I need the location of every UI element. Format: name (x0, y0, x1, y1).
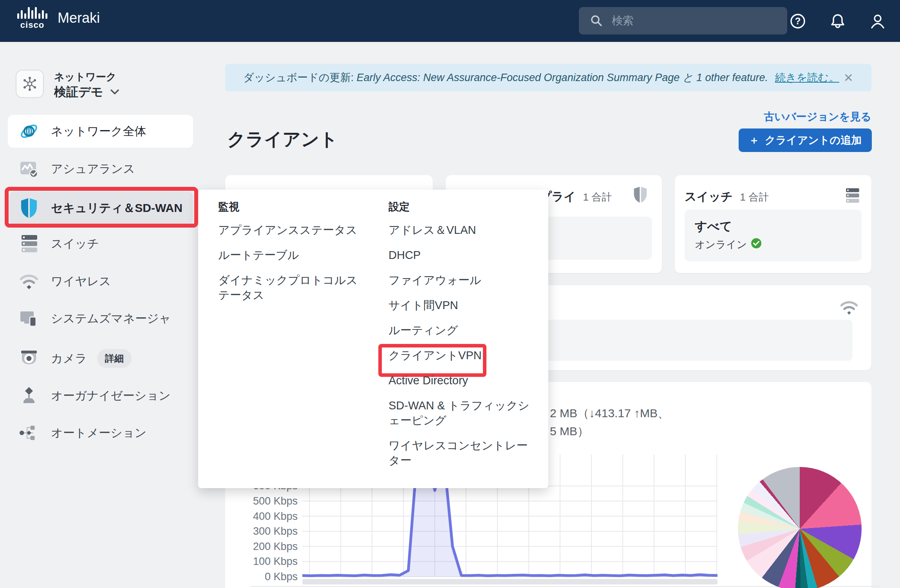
chevron-down-icon (110, 89, 119, 95)
y-axis-tick: 500 Kbps (235, 495, 298, 507)
flyout-item-設定-6[interactable]: クライアントVPN (389, 348, 530, 363)
sidebar-item-4[interactable]: スイッチ (0, 227, 201, 260)
old-version-link[interactable]: 古いバージョンを見る (764, 110, 871, 124)
help-icon[interactable]: ? (789, 12, 807, 30)
switch-status-secondary: オンライン (695, 238, 747, 251)
camera-details-badge: 詳細 (97, 349, 132, 368)
assurance-icon (19, 159, 39, 179)
switch-card-title: スイッチ (685, 190, 733, 203)
network-selector-value: 検証デモ (54, 84, 119, 100)
svg-text:?: ? (795, 16, 801, 26)
y-axis-tick: 300 Kbps (235, 525, 298, 537)
y-axis-tick: 200 Kbps (235, 540, 298, 553)
flyout-item-設定-9[interactable]: ワイヤレスコンセントレーター (389, 438, 530, 468)
sidebar-item-label: システムズマネージャ (51, 311, 171, 327)
switch-status-primary: すべて (695, 218, 851, 235)
search-icon (587, 12, 605, 30)
sidebar-item-2[interactable]: アシュアランス (0, 152, 201, 185)
globe-icon (19, 121, 39, 141)
flyout-column-configure: 設定アドレス＆VLANDHCPファイアウォールサイト間VPNルーティングクライア… (389, 200, 530, 478)
flyout-item-監視-3[interactable]: ダイナミックプロトコルステータス (218, 273, 359, 302)
network-selector[interactable]: ネットワーク 検証デモ (16, 70, 119, 100)
check-circle-icon (751, 238, 762, 251)
sidebar-item-7[interactable]: カメラ詳細 (0, 342, 201, 375)
wireless-icon (19, 273, 39, 290)
flyout-item-設定-8[interactable]: SD-WAN & トラフィックシェーピング (389, 398, 530, 428)
wifi-icon (839, 299, 859, 317)
cisco-logo-icon: cisco (17, 5, 47, 30)
network-hub-icon (16, 70, 44, 98)
flyout-item-設定-3[interactable]: ファイアウォール (389, 273, 530, 288)
switch-card-total: 1 合計 (740, 191, 769, 203)
flyout-column-header: 設定 (389, 200, 530, 214)
annotation-box-client-vpn (378, 344, 486, 377)
sidebar-item-3[interactable]: セキュリティ＆SD-WAN (9, 192, 193, 224)
banner-text: ダッシュボードの更新: Early Access: New Assurance-… (243, 71, 768, 85)
dashboard-update-banner: ダッシュボードの更新: Early Access: New Assurance-… (225, 64, 871, 91)
sidebar-item-label: カメラ (51, 351, 87, 367)
sidebar-item-label: オートメーション (51, 425, 146, 441)
cisco-bars-icon (17, 5, 47, 19)
y-axis-tick: 400 Kbps (235, 510, 298, 523)
sidebar-item-1[interactable]: ネットワーク全体 (8, 115, 193, 148)
sidebar-item-label: セキュリティ＆SD-WAN (51, 200, 183, 216)
flyout-column-monitor: 監視アプライアンスステータスルートテーブルダイナミックプロトコルステータス (218, 200, 359, 313)
flyout-item-設定-1[interactable]: アドレス＆VLAN (389, 223, 530, 237)
organization-icon (19, 385, 39, 406)
y-axis-tick: 100 Kbps (235, 555, 298, 568)
flyout-item-設定-5[interactable]: ルーティング (389, 323, 530, 338)
sidebar-item-label: アシュアランス (51, 161, 135, 177)
bell-icon[interactable] (829, 12, 847, 30)
sidebar-item-9[interactable]: オートメーション (0, 416, 201, 449)
y-axis-tick: 0 Kbps (235, 570, 298, 583)
meraki-dashboard: { "navbar": { "logo_text": "cisco", "bra… (0, 0, 900, 588)
sidebar-item-8[interactable]: オーガナイゼーション (0, 379, 201, 412)
automation-icon (19, 423, 39, 443)
switch-icon (19, 233, 39, 254)
cisco-meraki-logo[interactable]: cisco Meraki (17, 5, 100, 30)
flyout-item-設定-4[interactable]: サイト間VPN (389, 298, 530, 313)
switch-small-icon (844, 187, 860, 206)
sidebar-item-label: オーガナイゼーション (51, 388, 171, 404)
flyout-column-header: 監視 (218, 200, 359, 214)
sidebar-item-label: ネットワーク全体 (51, 123, 146, 139)
shield-gray-icon (633, 186, 648, 205)
flyout-item-監視-1[interactable]: アプライアンスステータス (218, 223, 359, 237)
search-input[interactable]: 検索 (579, 7, 787, 34)
sidebar-item-label: スイッチ (51, 236, 99, 252)
plus-icon: ＋ (749, 133, 759, 147)
sidebar-item-5[interactable]: ワイヤレス (0, 265, 201, 298)
flyout-item-設定-2[interactable]: DHCP (389, 248, 530, 262)
shield-icon (19, 197, 39, 219)
usage-summary-text: 2 MB（↓413.17 ↑MB、 5 MB） (550, 404, 669, 440)
banner-close-icon[interactable]: ✕ (844, 71, 853, 85)
cisco-logo-text: cisco (20, 20, 44, 30)
systems-manager-icon (19, 308, 39, 329)
network-selector-label: ネットワーク (54, 70, 119, 84)
sidebar-item-6[interactable]: システムズマネージャ (0, 302, 201, 335)
brand-name: Meraki (58, 10, 100, 26)
page-title: クライアント (227, 127, 338, 152)
account-icon[interactable] (869, 12, 887, 30)
appliance-card-total: 1 合計 (583, 191, 612, 203)
sidebar-item-label: ワイヤレス (51, 273, 111, 289)
switch-card: スイッチ 1 合計 すべて オンライン (675, 175, 871, 273)
flyout-item-監視-2[interactable]: ルートテーブル (218, 248, 359, 262)
read-more-link[interactable]: 続きを読む。 (775, 71, 839, 85)
search-placeholder: 検索 (612, 13, 634, 28)
application-pie-chart (738, 467, 862, 588)
chart-baseline-bar (302, 579, 717, 584)
switch-status-box[interactable]: すべて オンライン (685, 210, 862, 261)
add-client-button[interactable]: ＋ クライアントの追加 (739, 128, 872, 152)
flyout-item-設定-7[interactable]: Active Directory (389, 373, 530, 388)
camera-icon (19, 349, 39, 368)
top-navbar: cisco Meraki 検索 ? (0, 0, 900, 42)
